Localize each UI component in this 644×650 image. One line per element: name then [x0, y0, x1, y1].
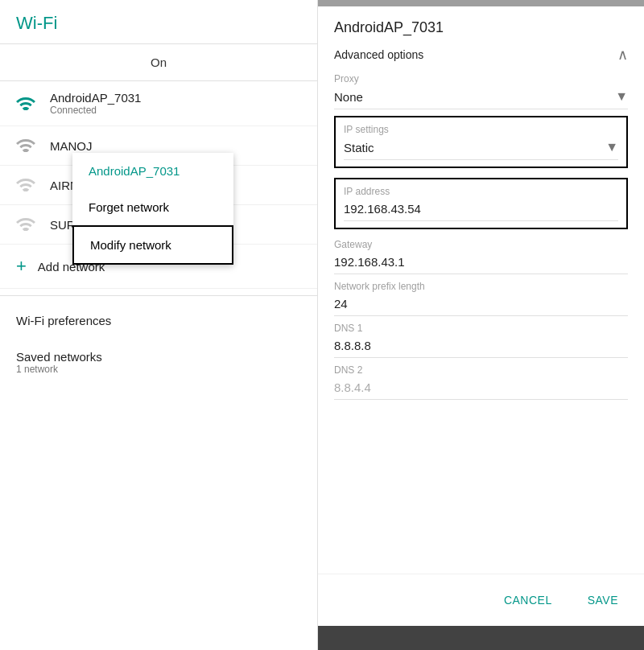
prefix-section: Network prefix length 24 [334, 281, 628, 316]
right-network-title: AndroidAP_7031 [334, 19, 628, 36]
context-menu: AndroidAP_7031 Forget network Modify net… [72, 153, 233, 265]
wifi-medium-icon [16, 136, 39, 155]
dns1-value[interactable]: 8.8.8.8 [334, 335, 628, 358]
network-subtitle-androidap: Connected [50, 105, 141, 116]
saved-networks-item[interactable]: Saved networks 1 network [0, 339, 317, 386]
plus-icon: + [16, 256, 27, 277]
chevron-up-icon: ∧ [617, 46, 628, 64]
ip-settings-label: IP settings [344, 124, 618, 135]
network-info-manoj: MANOJ [50, 139, 93, 153]
wifi-title: Wi-Fi [16, 13, 57, 33]
dns1-section: DNS 1 8.8.8.8 [334, 323, 628, 358]
context-menu-item-androidap[interactable]: AndroidAP_7031 [72, 153, 233, 189]
network-info-androidap: AndroidAP_7031 Connected [50, 91, 141, 116]
gateway-section: Gateway 192.168.43.1 [334, 239, 628, 274]
prefix-label: Network prefix length [334, 281, 628, 292]
dns2-section: DNS 2 8.8.4.4 [334, 364, 628, 400]
advanced-options-label: Advanced options [334, 48, 423, 61]
saved-networks-subtitle: 1 network [16, 364, 301, 375]
save-button[interactable]: SAVE [578, 587, 628, 613]
left-panel: Wi-Fi On AndroidAP_7031 Connected [0, 0, 318, 650]
ip-settings-dropdown-arrow: ▼ [605, 140, 618, 154]
proxy-section: Proxy None ▼ [334, 73, 628, 109]
gateway-label: Gateway [334, 239, 628, 250]
saved-networks-label: Saved networks [16, 350, 301, 364]
dialog-buttons: CANCEL SAVE [318, 574, 644, 626]
cancel-button[interactable]: CANCEL [494, 587, 562, 613]
proxy-dropdown-arrow: ▼ [615, 89, 628, 104]
proxy-dropdown[interactable]: None ▼ [334, 86, 628, 109]
wifi-status: On [151, 56, 167, 69]
divider [0, 295, 317, 296]
ip-address-label: IP address [344, 186, 618, 197]
right-panel: AndroidAP_7031 Advanced options ∧ Proxy … [318, 0, 644, 650]
top-bar [318, 0, 644, 6]
right-content: AndroidAP_7031 Advanced options ∧ Proxy … [318, 6, 644, 574]
prefix-value[interactable]: 24 [334, 294, 628, 316]
wifi-preferences-label: Wi-Fi preferences [16, 314, 111, 327]
ip-address-box: IP address 192.168.43.54 [334, 178, 628, 229]
network-name-manoj: MANOJ [50, 139, 93, 153]
context-menu-item-modify[interactable]: Modify network [72, 225, 233, 265]
bottom-bar [318, 626, 644, 650]
network-item-androidap[interactable]: AndroidAP_7031 Connected [0, 81, 317, 126]
network-name-androidap: AndroidAP_7031 [50, 91, 141, 105]
wifi-header: Wi-Fi [0, 0, 317, 44]
advanced-options-row[interactable]: Advanced options ∧ [334, 46, 628, 67]
gateway-value[interactable]: 192.168.43.1 [334, 252, 628, 274]
wifi-preferences-item[interactable]: Wi-Fi preferences [0, 302, 317, 339]
wifi-weak-icon-surya [16, 215, 39, 234]
wifi-status-row: On [0, 44, 317, 81]
dns1-label: DNS 1 [334, 323, 628, 334]
ip-settings-box: IP settings Static ▼ [334, 116, 628, 168]
wifi-strong-icon [16, 94, 39, 113]
proxy-value: None [334, 90, 363, 104]
context-menu-item-forget[interactable]: Forget network [72, 189, 233, 225]
dns2-value[interactable]: 8.8.4.4 [334, 377, 628, 400]
wifi-weak-icon-airnet [16, 175, 39, 195]
dns2-label: DNS 2 [334, 364, 628, 376]
ip-settings-value: Static [344, 141, 374, 154]
proxy-label: Proxy [334, 73, 628, 84]
ip-settings-dropdown[interactable]: Static ▼ [344, 137, 618, 160]
ip-address-value[interactable]: 192.168.43.54 [344, 199, 618, 221]
